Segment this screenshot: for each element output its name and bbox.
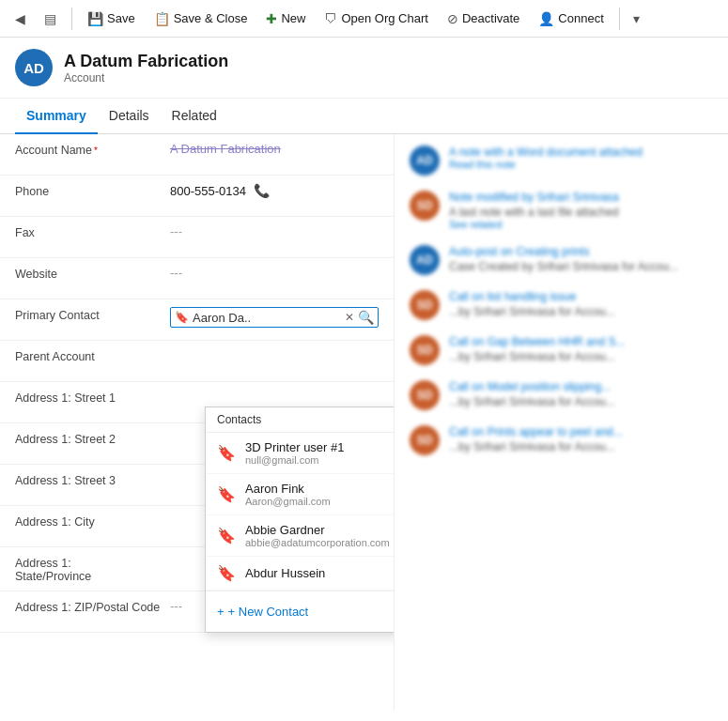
contact-item[interactable]: 🔖 3D Printer user #1 null@gmail.com ∨ [206, 433, 395, 474]
save-close-label: Save & Close [174, 11, 248, 25]
layout-button[interactable]: ▤ [37, 8, 64, 30]
contact-info: Abbie Gardner abbie@adatumcorporation.co… [245, 523, 395, 548]
contact-icon: 🔖 [217, 444, 236, 462]
activity-desc: ...by Srihari Srinivasa for Accou... [449, 395, 713, 408]
contact-name: Abdur Hussein [245, 566, 395, 580]
separator-1 [71, 8, 72, 30]
tab-summary[interactable]: Summary [15, 99, 98, 134]
new-contact-icon: + [217, 605, 225, 619]
label-address-street-1: Address 1: Street 1 [15, 390, 170, 405]
record-header: AD A Datum Fabrication Account [0, 38, 728, 99]
record-type: Account [64, 71, 228, 84]
lookup-dropdown: Contacts Recent records 🔖 3D Printer use… [205, 407, 395, 633]
new-icon: ✚ [266, 11, 277, 26]
contact-icon: 🔖 [217, 485, 236, 503]
record-info: A Datum Fabrication Account [64, 52, 228, 84]
label-address-zip: Address 1: ZIP/Postal Code [15, 599, 170, 614]
activity-title[interactable]: Auto-post on Creating prints [449, 245, 713, 258]
field-fax: Fax --- [0, 217, 394, 258]
activity-link[interactable]: Read this note [449, 159, 713, 170]
activity-desc: ...by Srihari Srinivasa for Accou... [449, 350, 713, 363]
activity-avatar: SD [410, 335, 440, 365]
value-website[interactable]: --- [170, 266, 379, 280]
activity-desc: A last note with a last file attached [449, 206, 713, 219]
tab-bar: Summary Details Related [0, 99, 728, 134]
dropdown-contacts-label: Contacts [217, 413, 261, 426]
field-account-name: Account Name * A Datum Fabrication [0, 134, 394, 176]
field-primary-contact: Primary Contact 🔖 Aaron Da.. ✕ 🔍 [0, 299, 394, 341]
label-address-street-3: Address 1: Street 3 [15, 472, 170, 487]
activity-panel: AD A note with a Word document attached … [395, 134, 728, 711]
contact-info: Aaron Fink Aaron@gmail.com [245, 482, 395, 507]
activity-avatar: SD [410, 425, 440, 455]
phone-icon[interactable]: 📞 [254, 183, 270, 198]
activity-avatar: AD [410, 245, 440, 275]
dropdown-footer: + + New Contact Advanced lookup [206, 591, 395, 632]
save-button[interactable]: 💾 Save [80, 8, 143, 30]
activity-item: SD Call on Prints appear to peel and... … [410, 425, 713, 455]
new-label: New [281, 11, 305, 25]
tab-related[interactable]: Related [161, 99, 228, 134]
label-fax: Fax [15, 224, 170, 239]
more-options-button[interactable]: ▾ [627, 8, 645, 30]
open-org-chart-button[interactable]: ⛉ Open Org Chart [317, 8, 436, 30]
activity-item: AD Auto-post on Creating prints Case Cre… [410, 245, 713, 275]
activity-desc: Case Created by Srihari Srinivasa for Ac… [449, 260, 713, 273]
lookup-input[interactable]: 🔖 Aaron Da.. ✕ 🔍 [170, 307, 379, 328]
new-contact-label: + New Contact [228, 605, 309, 619]
deactivate-button[interactable]: ⊘ Deactivate [440, 8, 527, 30]
field-parent-account: Parent Account [0, 341, 394, 382]
contact-item[interactable]: 🔖 Abbie Gardner abbie@adatumcorporation.… [206, 515, 395, 557]
tab-details[interactable]: Details [98, 99, 161, 134]
layout-icon: ▤ [44, 11, 56, 26]
activity-title[interactable]: A note with a Word document attached [449, 146, 713, 159]
field-phone: Phone 800-555-0134 📞 [0, 176, 394, 217]
activity-title[interactable]: Call on list handling issue [449, 290, 713, 303]
lookup-search-button[interactable]: 🔍 [358, 310, 374, 325]
activity-avatar: AD [410, 146, 440, 176]
contact-list: 🔖 3D Printer user #1 null@gmail.com ∨ 🔖 … [206, 433, 395, 591]
contact-info: 3D Printer user #1 null@gmail.com [245, 440, 395, 466]
activity-title[interactable]: Call on Prints appear to peel and... [449, 425, 713, 438]
contact-name: 3D Printer user #1 [245, 440, 395, 454]
label-address-city: Address 1: City [15, 514, 170, 529]
connect-button[interactable]: 👤 Connect [531, 8, 611, 30]
contact-icon: 🔖 [217, 564, 236, 582]
activity-content: Auto-post on Creating prints Case Create… [449, 245, 713, 273]
contact-email: null@gmail.com [245, 454, 395, 466]
activity-item: SD Call on Model position slipping... ..… [410, 380, 713, 410]
activity-title[interactable]: Call on Gap Between HHR and S... [449, 335, 713, 348]
save-close-button[interactable]: 📋 Save & Close [147, 8, 256, 30]
contact-lookup-icon: 🔖 [175, 311, 189, 324]
label-address-state: Address 1:State/Province [15, 555, 170, 583]
new-button[interactable]: ✚ New [258, 8, 313, 30]
label-account-name: Account Name * [15, 142, 170, 157]
activity-title[interactable]: Call on Model position slipping... [449, 380, 713, 393]
new-contact-button[interactable]: + + New Contact [217, 605, 308, 619]
activity-avatar: SD [410, 191, 440, 221]
connect-label: Connect [558, 11, 603, 25]
activity-item: SD Note modified by Srihari Srinivasa A … [410, 191, 713, 230]
value-phone[interactable]: 800-555-0134 [170, 184, 246, 198]
lookup-clear-button[interactable]: ✕ [345, 311, 354, 324]
contact-item[interactable]: 🔖 Abdur Hussein ∨ [206, 557, 395, 591]
toolbar: ◀ ▤ 💾 Save 📋 Save & Close ✚ New ⛉ Open O… [0, 0, 728, 38]
activity-content: Call on Model position slipping... ...by… [449, 380, 713, 408]
contact-email: abbie@adatumcorporation.com [245, 537, 395, 548]
contact-item[interactable]: 🔖 Aaron Fink Aaron@gmail.com ∨ [206, 474, 395, 515]
activity-desc: ...by Srihari Srinivasa for Accou... [449, 305, 713, 318]
activity-content: A note with a Word document attached Rea… [449, 146, 713, 170]
value-account-name[interactable]: A Datum Fabrication [170, 142, 379, 156]
field-website: Website --- [0, 258, 394, 299]
back-icon: ◀ [15, 11, 25, 26]
value-fax[interactable]: --- [170, 224, 379, 238]
back-button[interactable]: ◀ [8, 8, 33, 30]
open-org-chart-label: Open Org Chart [341, 11, 428, 25]
activity-title[interactable]: Note modified by Srihari Srinivasa [449, 191, 713, 204]
save-close-icon: 📋 [154, 11, 170, 26]
activity-item: SD Call on Gap Between HHR and S... ...b… [410, 335, 713, 365]
main-content: Account Name * A Datum Fabrication Phone… [0, 134, 728, 711]
contact-name: Abbie Gardner [245, 523, 395, 537]
activity-link[interactable]: See related [449, 219, 713, 230]
record-name: A Datum Fabrication [64, 52, 228, 71]
